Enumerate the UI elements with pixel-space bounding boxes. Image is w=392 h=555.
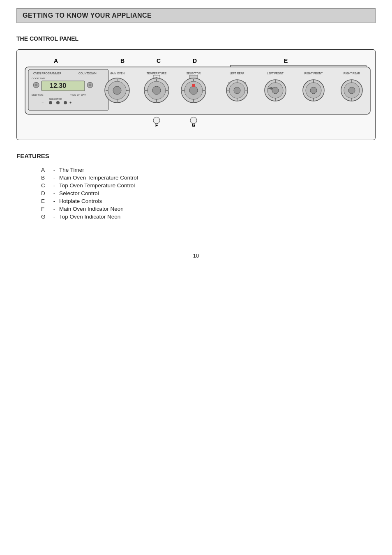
feature-item: A - The Timer [41,167,376,173]
control-panel-title: THE CONTROL PANEL [16,35,376,42]
feature-item: C - Top Oven Temperature Control [41,182,376,189]
svg-text:LEFT FRONT: LEFT FRONT [267,72,284,75]
svg-text:+: + [69,101,71,105]
feature-dash: - [49,190,59,196]
feature-text: The Timer [59,167,376,173]
panel-svg: A B C D E OVEN PROGRAMMER COUNTDOWN COOK [21,55,374,131]
svg-text:OVEN PROGRAMMER: OVEN PROGRAMMER [33,72,62,75]
svg-text:−: − [42,101,44,105]
feature-item: E - Hotplate Controls [41,198,376,204]
feature-text: Main Oven Indicator Neon [59,206,376,212]
feature-text: Selector Control [59,190,376,196]
feature-text: Hotplate Controls [59,198,376,204]
svg-text:RIGHT REAR: RIGHT REAR [344,72,360,75]
feature-item: D - Selector Control [41,190,376,196]
svg-text:COUNTDOWN: COUNTDOWN [78,72,97,75]
feature-letter: B [41,175,49,181]
svg-text:TEMPERATURE: TEMPERATURE [147,72,167,75]
svg-point-25 [49,101,52,104]
feature-letter: E [41,198,49,204]
feature-letter: D [41,190,49,196]
svg-point-86 [153,117,160,124]
feature-dash: - [49,167,59,173]
svg-point-32 [113,86,121,94]
svg-text:LEFT REAR: LEFT REAR [230,72,244,75]
feature-item: F - Main Oven Indicator Neon [41,206,376,212]
header-banner: GETTING TO KNOW YOUR APPLIANCE [16,8,376,23]
svg-point-51 [189,86,198,94]
feature-dash: - [49,175,59,181]
svg-text:C: C [157,58,161,64]
svg-text:A: A [54,58,58,64]
control-panel-diagram: A B C D E OVEN PROGRAMMER COUNTDOWN COOK [16,49,376,140]
feature-item: B - Main Oven Temperature Control [41,175,376,181]
page-title: GETTING TO KNOW YOUR APPLIANCE [23,12,369,19]
feature-letter: C [41,182,49,189]
svg-point-70 [272,87,279,94]
svg-point-27 [64,101,67,104]
svg-text:12.30: 12.30 [50,82,66,89]
feature-dash: - [49,206,59,212]
page-number: 10 [16,253,376,259]
feature-dash: - [49,182,59,189]
feature-item: G - Top Oven Indicator Neon [41,214,376,220]
feature-text: Top Oven Indicator Neon [59,214,376,220]
svg-text:G: G [192,123,195,128]
svg-text:MAIN OVEN: MAIN OVEN [110,72,125,75]
feature-dash: - [49,214,59,220]
svg-point-52 [192,84,195,87]
svg-point-88 [190,117,197,124]
svg-point-19 [89,84,91,86]
svg-text:END TIME: END TIME [32,94,44,96]
features-list: A - The Timer B - Main Oven Temperature … [41,167,376,220]
svg-text:B: B [120,58,125,64]
svg-text:SELECTOR: SELECTOR [187,72,201,75]
svg-text:COOK TIME: COOK TIME [32,77,46,80]
feature-letter: G [41,214,49,220]
svg-point-42 [152,86,161,94]
svg-text:SELECTOR: SELECTOR [49,98,62,100]
svg-text:D: D [193,58,197,64]
svg-text:F: F [155,123,158,128]
svg-point-83 [348,87,355,94]
feature-text: Main Oven Temperature Control [59,175,376,181]
svg-point-26 [56,101,60,104]
svg-text:E: E [284,58,288,64]
feature-text: Top Oven Temperature Control [59,182,376,189]
svg-text:RIGHT FRONT: RIGHT FRONT [304,72,323,75]
features-title: FEATURES [16,152,376,159]
feature-dash: - [49,198,59,204]
feature-letter: F [41,206,49,212]
svg-text:TIME OF DAY: TIME OF DAY [70,94,86,96]
svg-point-60 [234,87,240,94]
feature-letter: A [41,167,49,173]
svg-point-77 [310,87,317,94]
svg-point-14 [35,84,37,86]
